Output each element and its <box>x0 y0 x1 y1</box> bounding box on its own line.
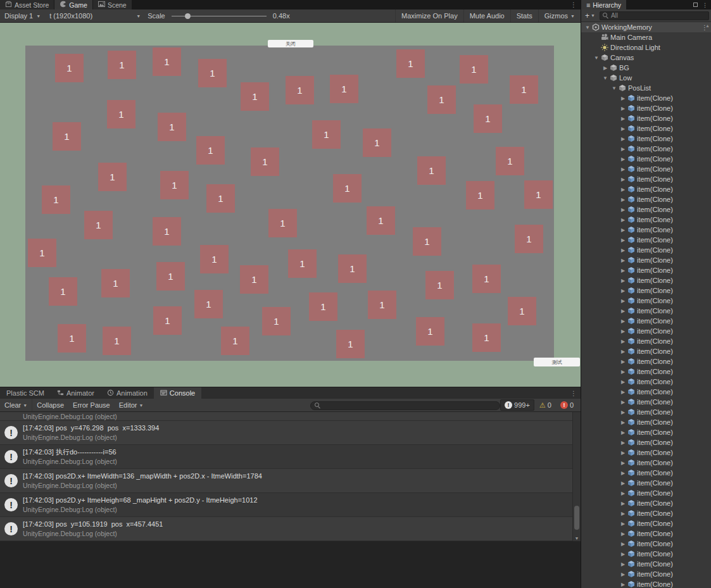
console-search-input[interactable] <box>323 402 496 409</box>
info-count-toggle[interactable]: !999+ <box>500 399 534 411</box>
hierarchy-row-item-clone[interactable]: ▶item(Clone) <box>581 549 711 559</box>
hierarchy-row-bg[interactable]: ▶BG <box>581 63 711 73</box>
hierarchy-row-item-clone[interactable]: ▶item(Clone) <box>581 346 711 356</box>
hierarchy-row-item-clone[interactable]: ▶item(Clone) <box>581 154 711 164</box>
hierarchy-row-item-clone[interactable]: ▶item(Clone) <box>581 579 711 588</box>
slider-handle[interactable] <box>185 13 191 19</box>
foldout-collapsed-icon[interactable]: ▶ <box>619 258 627 263</box>
scrollbar-up-arrow[interactable]: ▲ <box>705 23 710 28</box>
foldout-collapsed-icon[interactable]: ▶ <box>619 166 627 172</box>
foldout-collapsed-icon[interactable]: ▶ <box>619 359 627 365</box>
foldout-collapsed-icon[interactable]: ▶ <box>619 460 627 466</box>
hierarchy-row-item-clone[interactable]: ▶item(Clone) <box>581 235 711 245</box>
foldout-collapsed-icon[interactable]: ▶ <box>619 511 627 516</box>
maximize-panel-icon[interactable] <box>693 3 698 7</box>
foldout-collapsed-icon[interactable]: ▶ <box>619 480 627 486</box>
foldout-collapsed-icon[interactable]: ▶ <box>619 531 627 537</box>
editor-dropdown[interactable]: Editor▼ <box>115 399 148 411</box>
hierarchy-row-main-camera[interactable]: Main Camera <box>581 32 711 42</box>
foldout-collapsed-icon[interactable]: ▶ <box>619 318 627 324</box>
hierarchy-row-canvas[interactable]: ▼Canvas <box>581 53 711 63</box>
error-count-toggle[interactable]: !0 <box>557 400 577 410</box>
foldout-collapsed-icon[interactable]: ▶ <box>619 379 627 385</box>
console-search-field[interactable] <box>310 401 500 410</box>
console-log-row[interactable]: ![17:42:03] pos2D.y+ ItmeHeigh=68 _mapHi… <box>0 493 581 517</box>
hierarchy-row-item-clone[interactable]: ▶item(Clone) <box>581 447 711 458</box>
foldout-collapsed-icon[interactable]: ▶ <box>619 541 627 547</box>
hierarchy-row-item-clone[interactable]: ▶item(Clone) <box>581 306 711 316</box>
foldout-collapsed-icon[interactable]: ▶ <box>619 561 627 567</box>
foldout-collapsed-icon[interactable]: ▶ <box>619 582 627 587</box>
tab-plastic-scm[interactable]: Plastic SCM <box>0 387 51 399</box>
close-button[interactable]: 关闭 <box>268 40 313 47</box>
hierarchy-row-item-clone[interactable]: ▶item(Clone) <box>581 397 711 407</box>
hierarchy-row-item-clone[interactable]: ▶item(Clone) <box>581 407 711 417</box>
foldout-collapsed-icon[interactable]: ▶ <box>619 521 627 527</box>
hierarchy-row-item-clone[interactable]: ▶item(Clone) <box>581 437 711 447</box>
foldout-collapsed-icon[interactable]: ▶ <box>601 65 609 71</box>
tab-animation[interactable]: Animation <box>101 387 154 399</box>
mute-audio-button[interactable]: Mute Audio <box>463 9 510 22</box>
hierarchy-row-item-clone[interactable]: ▶item(Clone) <box>581 326 711 336</box>
warning-count-toggle[interactable]: ⚠0 <box>536 400 555 411</box>
console-log-row[interactable]: ![17:42:03] pos y=476.298 pos x=1333.394… <box>0 421 581 445</box>
kebab-menu-icon[interactable]: ⋮ <box>702 2 708 8</box>
hierarchy-row-item-clone[interactable]: ▶item(Clone) <box>581 174 711 184</box>
foldout-collapsed-icon[interactable]: ▶ <box>619 328 627 334</box>
hierarchy-row-item-clone[interactable]: ▶item(Clone) <box>581 417 711 427</box>
hierarchy-row-item-clone[interactable]: ▶item(Clone) <box>581 508 711 518</box>
foldout-collapsed-icon[interactable]: ▶ <box>619 470 627 476</box>
foldout-collapsed-icon[interactable]: ▶ <box>619 430 627 435</box>
hierarchy-row-item-clone[interactable]: ▶item(Clone) <box>581 569 711 579</box>
hierarchy-search-field[interactable]: All <box>600 11 709 20</box>
foldout-collapsed-icon[interactable]: ▶ <box>619 156 627 162</box>
foldout-collapsed-icon[interactable]: ▶ <box>619 572 627 577</box>
foldout-collapsed-icon[interactable]: ▶ <box>619 247 627 253</box>
foldout-collapsed-icon[interactable]: ▶ <box>619 551 627 557</box>
foldout-collapsed-icon[interactable]: ▶ <box>619 187 627 192</box>
foldout-expanded-icon[interactable]: ▼ <box>610 85 618 91</box>
hierarchy-row-item-clone[interactable]: ▶item(Clone) <box>581 255 711 265</box>
hierarchy-row-item-clone[interactable]: ▶item(Clone) <box>581 498 711 508</box>
tab-asset-store[interactable]: Asset Store <box>0 0 54 9</box>
console-log-row[interactable]: ![17:42:03] 执行do-----------i=56UnityEngi… <box>0 445 581 469</box>
hierarchy-row-item-clone[interactable]: ▶item(Clone) <box>581 387 711 397</box>
foldout-collapsed-icon[interactable]: ▶ <box>619 136 627 142</box>
foldout-collapsed-icon[interactable]: ▶ <box>619 389 627 395</box>
hierarchy-row-item-clone[interactable]: ▶item(Clone) <box>581 336 711 346</box>
hierarchy-row-item-clone[interactable]: ▶item(Clone) <box>581 215 711 225</box>
hierarchy-row-item-clone[interactable]: ▶item(Clone) <box>581 529 711 539</box>
hierarchy-row-item-clone[interactable]: ▶item(Clone) <box>581 377 711 387</box>
foldout-collapsed-icon[interactable]: ▶ <box>619 450 627 456</box>
scale-slider[interactable] <box>172 9 267 22</box>
hierarchy-row-item-clone[interactable]: ▶item(Clone) <box>581 194 711 204</box>
hierarchy-row-item-clone[interactable]: ▶item(Clone) <box>581 113 711 123</box>
create-object-dropdown[interactable]: +▼ <box>583 11 597 20</box>
kebab-menu-icon[interactable]: ⋮ <box>567 0 581 9</box>
scrollbar-down-arrow[interactable]: ▼ <box>573 536 581 541</box>
foldout-collapsed-icon[interactable]: ▶ <box>619 288 627 294</box>
hierarchy-row-item-clone[interactable]: ▶item(Clone) <box>581 539 711 549</box>
hierarchy-row-item-clone[interactable]: ▶item(Clone) <box>581 488 711 498</box>
hierarchy-row-item-clone[interactable]: ▶item(Clone) <box>581 296 711 306</box>
hierarchy-row-low[interactable]: ▼Low <box>581 73 711 83</box>
tab-game[interactable]: Game <box>54 0 93 9</box>
foldout-collapsed-icon[interactable]: ▶ <box>619 349 627 354</box>
hierarchy-row-item-clone[interactable]: ▶item(Clone) <box>581 93 711 103</box>
foldout-collapsed-icon[interactable]: ▶ <box>619 116 627 122</box>
tab-animator[interactable]: Animator <box>51 387 101 399</box>
hierarchy-row-item-clone[interactable]: ▶item(Clone) <box>581 204 711 215</box>
foldout-collapsed-icon[interactable]: ▶ <box>619 177 627 182</box>
hierarchy-row-item-clone[interactable]: ▶item(Clone) <box>581 316 711 326</box>
kebab-menu-icon[interactable]: ⋮ <box>567 387 581 399</box>
console-scrollbar[interactable]: ▼ <box>572 412 581 541</box>
foldout-collapsed-icon[interactable]: ▶ <box>619 369 627 375</box>
gizmos-dropdown[interactable]: Gizmos▼ <box>538 9 581 22</box>
display-dropdown[interactable]: Display 1▼ <box>0 9 45 22</box>
hierarchy-row-item-clone[interactable]: ▶item(Clone) <box>581 356 711 366</box>
foldout-collapsed-icon[interactable]: ▶ <box>619 278 627 284</box>
hierarchy-row-item-clone[interactable]: ▶item(Clone) <box>581 184 711 194</box>
foldout-collapsed-icon[interactable]: ▶ <box>619 227 627 233</box>
hierarchy-row-item-clone[interactable]: ▶item(Clone) <box>581 123 711 134</box>
foldout-collapsed-icon[interactable]: ▶ <box>619 440 627 446</box>
